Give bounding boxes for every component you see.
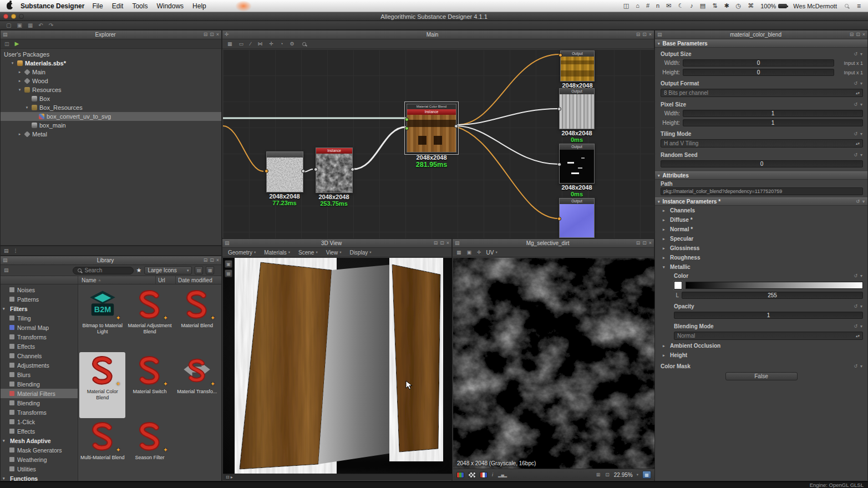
explorer-header[interactable]: ▤ Explorer ⊟⊡×: [1, 30, 221, 39]
channel-row-roughness[interactable]: ▸Roughness: [655, 253, 867, 262]
category-mesh-adaptive[interactable]: ▾Mesh Adaptive: [1, 436, 78, 445]
node-port[interactable]: [314, 167, 318, 171]
dock-icon[interactable]: ⊟: [636, 241, 641, 246]
dock-icon[interactable]: ⊟: [203, 32, 209, 37]
2d-texture-view[interactable]: 2048 x 2048 (Grayscale, 16bpc): [453, 258, 654, 470]
filter-icon[interactable]: ◫: [4, 42, 10, 47]
panel-menu-icon[interactable]: ▤: [2, 258, 8, 263]
category-weathering[interactable]: Weathering: [1, 455, 78, 464]
link-icon[interactable]: ⋈: [257, 42, 263, 47]
category-tiling[interactable]: Tiling: [1, 313, 78, 323]
view-mode-dropdown[interactable]: Large Icons ▾: [144, 266, 192, 274]
menu-windows[interactable]: Windows: [156, 2, 184, 10]
graph-node-grunge[interactable]: Instance: [316, 148, 353, 193]
search-input[interactable]: [85, 267, 130, 273]
grid-icon[interactable]: ▦: [456, 250, 462, 255]
expand-icon[interactable]: ▾: [860, 324, 863, 329]
close-window-button[interactable]: [3, 14, 8, 19]
library-item-material-blend[interactable]: ✦Material Blend: [174, 286, 220, 352]
channel-row-channels[interactable]: ▸Channels: [655, 206, 867, 215]
image-icon[interactable]: ▣: [466, 250, 473, 255]
fit-icon[interactable]: ⊞: [596, 472, 601, 477]
expand-icon[interactable]: ▾: [862, 200, 865, 204]
disclosure-arrow[interactable]: ▾: [10, 61, 15, 65]
music-icon[interactable]: ♪: [689, 3, 694, 9]
section-attributes[interactable]: ▾ Attributes: [655, 171, 867, 180]
disclosure-arrow[interactable]: ▸: [663, 256, 667, 260]
panel-menu-icon[interactable]: ▤: [224, 241, 230, 246]
home-icon[interactable]: ⌂: [635, 3, 640, 9]
graph-node-mcb[interactable]: Material Color BlendInstance: [407, 104, 456, 152]
float-icon[interactable]: ⊡: [209, 258, 215, 263]
disclosure-arrow[interactable]: ▸: [663, 237, 667, 241]
checker-icon[interactable]: [468, 472, 476, 478]
dock-icon[interactable]: ⊟: [849, 32, 855, 37]
expand-icon[interactable]: ▾: [860, 364, 863, 369]
open-icon[interactable]: ▣: [16, 23, 22, 28]
disclosure-arrow[interactable]: ▾: [3, 439, 7, 443]
node-port[interactable]: [559, 53, 562, 57]
panel-menu-icon[interactable]: ▤: [3, 268, 9, 273]
reset-icon[interactable]: ↺: [855, 200, 860, 204]
compass-icon[interactable]: ✛: [224, 32, 230, 37]
mail-icon[interactable]: ✉: [666, 3, 672, 9]
column-url[interactable]: Url: [156, 276, 176, 284]
blending-mode-dropdown[interactable]: Normal ▴▾: [674, 332, 863, 340]
category-mask-generators[interactable]: Mask Generators: [1, 445, 78, 455]
disclosure-arrow[interactable]: ▾: [3, 476, 7, 481]
color-swatch[interactable]: [674, 281, 682, 289]
section-instance-parameters[interactable]: ▾ Instance Parameters * ↺▾: [655, 197, 867, 206]
category-blending[interactable]: Blending: [1, 398, 78, 408]
channel-row-height[interactable]: ▸ Height: [655, 350, 867, 360]
close-icon[interactable]: ×: [648, 241, 652, 246]
category-utilities[interactable]: Utilities: [1, 464, 78, 474]
3d-menu-scene[interactable]: Scene▾: [298, 250, 318, 256]
sync-icon[interactable]: ⇅: [712, 3, 718, 9]
node-port[interactable]: [557, 217, 561, 221]
menu-tools[interactable]: Tools: [132, 2, 148, 10]
hash-icon[interactable]: #: [646, 3, 650, 9]
viewport-status-icon[interactable]: ⊟: [225, 475, 230, 480]
graph-header[interactable]: ✛ Main ⊟⊡×: [222, 30, 654, 39]
category-patterns[interactable]: Patterns: [1, 294, 78, 304]
tree-item-metal[interactable]: ▸Metal: [1, 130, 221, 139]
library-item-multi-material-blend[interactable]: ✦Multi-Material Blend: [79, 418, 125, 481]
gear-icon[interactable]: ⚙: [290, 42, 295, 47]
list-view-button[interactable]: ▤: [195, 266, 203, 274]
chevron-down-icon[interactable]: ▾: [637, 472, 638, 477]
graph-node-out3[interactable]: Output: [559, 144, 595, 184]
node-port[interactable]: [405, 118, 409, 121]
notes-icon[interactable]: n: [656, 3, 660, 9]
clock-icon[interactable]: ◷: [735, 3, 742, 9]
category-functions[interactable]: ▾Functions: [1, 474, 78, 481]
panel-menu-icon[interactable]: ▤: [2, 32, 8, 37]
color-mask-toggle-button[interactable]: False: [725, 372, 798, 380]
search-box[interactable]: [73, 267, 134, 274]
tree-item-wood[interactable]: ▸Wood: [1, 77, 221, 85]
zoom-icon[interactable]: [302, 42, 306, 46]
node-port[interactable]: [557, 107, 561, 111]
close-icon[interactable]: ×: [216, 32, 220, 37]
close-icon[interactable]: ×: [862, 32, 866, 37]
graph-node-out1[interactable]: Output: [560, 50, 595, 82]
window-icon[interactable]: ▤: [699, 3, 706, 9]
tree-item-resources[interactable]: ▾Resources: [1, 85, 221, 94]
2d-view-header[interactable]: ▤ Mg_selective_dirt ⊟⊡×: [453, 239, 654, 248]
column-name[interactable]: Name▵: [78, 276, 156, 284]
graph-node-noise[interactable]: [266, 151, 303, 192]
disclosure-arrow[interactable]: ▾: [663, 265, 667, 270]
library-item-bitmap-to-material-light[interactable]: B2M✦Bitmap to Material Light: [79, 286, 125, 352]
zoom-level[interactable]: 22.95%: [614, 472, 633, 478]
3d-menu-view[interactable]: View▾: [326, 250, 342, 256]
graph-canvas[interactable]: 2048x204877.23msInstance2048x2048253.75m…: [223, 49, 654, 238]
panel-menu-icon[interactable]: ▤: [657, 32, 663, 37]
reset-icon[interactable]: ↺: [853, 304, 858, 309]
spotlight-search-icon[interactable]: [845, 4, 849, 8]
luminance-slider[interactable]: 255: [682, 292, 863, 299]
dock-icon[interactable]: ⊟: [203, 258, 209, 263]
category-1-click[interactable]: 1-Click: [1, 417, 78, 426]
float-icon[interactable]: ⊡: [209, 32, 215, 37]
save-icon[interactable]: ▦: [27, 23, 33, 28]
window-titlebar[interactable]: Allegorithmic Substance Designer 4.1.1: [0, 12, 868, 21]
disclosure-arrow[interactable]: ▾: [24, 105, 29, 110]
